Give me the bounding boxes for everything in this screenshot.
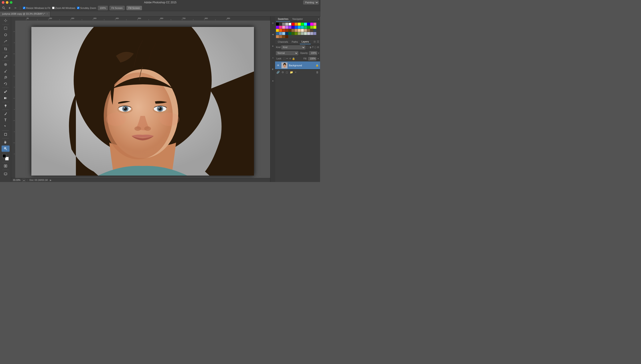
- swatch-orange[interactable]: [295, 23, 298, 26]
- doc-tab-close[interactable]: ×: [46, 13, 48, 15]
- opacity-arrow[interactable]: ▾: [318, 52, 319, 54]
- zoom-all-input[interactable]: [52, 7, 54, 9]
- gradient-tool[interactable]: [2, 95, 10, 101]
- swatch-violet[interactable]: [276, 26, 279, 29]
- scrubby-zoom-checkbox[interactable]: Scrubby Zoom: [77, 7, 96, 9]
- lock-transparent-icon[interactable]: ⬚: [283, 57, 285, 60]
- swatch-lavender-gray[interactable]: [307, 32, 310, 35]
- swatch-black[interactable]: [276, 23, 279, 26]
- swatch-cyan[interactable]: [304, 23, 307, 26]
- strip-icon-color[interactable]: ▶: [271, 29, 275, 40]
- fill-input[interactable]: [308, 57, 316, 60]
- history-brush-tool[interactable]: [2, 81, 10, 87]
- swatch-powder[interactable]: [282, 32, 285, 35]
- strip-icon-styles[interactable]: ★: [271, 76, 275, 86]
- crop-tool[interactable]: [2, 46, 10, 52]
- swatch-sienna[interactable]: [282, 35, 285, 38]
- swatch-brick[interactable]: [282, 29, 285, 32]
- move-tool[interactable]: [2, 17, 10, 24]
- fit-screen-button[interactable]: Fit Screen: [110, 6, 125, 10]
- hand-tool[interactable]: [2, 139, 10, 145]
- new-layer-icon[interactable]: +: [295, 71, 296, 74]
- swatch-olive[interactable]: [292, 32, 294, 35]
- paths-tab[interactable]: Paths: [290, 40, 300, 44]
- filter-smart-icon[interactable]: ⚙: [317, 46, 319, 49]
- swatch-copper[interactable]: [276, 35, 279, 38]
- swatch-yellow[interactable]: [298, 23, 301, 26]
- resize-windows-input[interactable]: [23, 7, 25, 9]
- filter-shape-icon[interactable]: ◻: [314, 46, 316, 49]
- zoom-value-input[interactable]: [98, 6, 108, 10]
- swatch-lavender[interactable]: [285, 26, 288, 29]
- swatch-forest[interactable]: [307, 26, 310, 29]
- shape-tool[interactable]: [2, 131, 10, 138]
- layers-action-menu[interactable]: ☰: [317, 40, 319, 43]
- marquee-tool[interactable]: [2, 25, 10, 31]
- zoom-tool-icon[interactable]: [2, 6, 6, 10]
- delete-layer-icon[interactable]: 🗑: [316, 71, 319, 74]
- document-tab[interactable]: justyna-1838 copy @ 33.3% (RGB/8°) * ×: [0, 11, 50, 16]
- swatch-earth[interactable]: [307, 29, 310, 32]
- swatch-deep-blue[interactable]: [292, 26, 294, 29]
- swatch-navy[interactable]: [285, 32, 288, 35]
- screen-mode-tool[interactable]: [2, 171, 10, 177]
- swatch-light-pink[interactable]: [282, 26, 285, 29]
- swatch-purple[interactable]: [288, 26, 291, 29]
- swatch-gray[interactable]: [282, 23, 285, 26]
- close-button[interactable]: [2, 1, 4, 4]
- zoom-in-icon[interactable]: +: [8, 6, 12, 10]
- swatch-red[interactable]: [292, 23, 294, 26]
- swatch-dark-gray[interactable]: [279, 23, 282, 26]
- filter-type-icon[interactable]: T: [312, 46, 314, 49]
- swatch-amber[interactable]: [279, 29, 282, 32]
- swatch-gold[interactable]: [276, 29, 279, 32]
- add-style-icon[interactable]: ⚙: [282, 71, 284, 74]
- doc-info-arrow[interactable]: ▶: [50, 179, 52, 182]
- zoom-out-icon[interactable]: −: [13, 6, 17, 10]
- opacity-input[interactable]: [309, 51, 317, 55]
- swatch-pink[interactable]: [314, 23, 316, 26]
- filter-pixel-icon[interactable]: ⬚: [306, 46, 308, 49]
- strip-icon-actions[interactable]: ✦: [271, 52, 275, 63]
- strip-icon-3d[interactable]: ◈: [271, 41, 275, 52]
- pen-tool[interactable]: [2, 110, 10, 117]
- swatch-royal-blue[interactable]: [295, 26, 298, 29]
- swatch-mint[interactable]: [301, 32, 304, 35]
- fg-bg-colors[interactable]: [2, 153, 10, 161]
- path-select-tool[interactable]: [2, 124, 10, 130]
- swatch-lime[interactable]: [310, 26, 313, 29]
- dodge-tool[interactable]: [2, 103, 10, 109]
- swatch-tan[interactable]: [292, 29, 294, 32]
- blend-mode-select[interactable]: Normal: [276, 51, 298, 55]
- swatch-emerald[interactable]: [304, 26, 307, 29]
- brush-tool[interactable]: [2, 68, 10, 74]
- photo-canvas[interactable]: [32, 27, 254, 176]
- scrubby-zoom-input[interactable]: [77, 7, 80, 9]
- panel-collapse-btn[interactable]: ▾: [318, 18, 319, 20]
- magic-wand-tool[interactable]: [2, 38, 10, 44]
- type-tool[interactable]: T: [2, 117, 10, 123]
- minimize-button[interactable]: [6, 1, 8, 4]
- workspace-select[interactable]: Painting: [303, 0, 319, 4]
- layers-action-collapse[interactable]: ⊟: [314, 40, 316, 43]
- swatch-sky-blue[interactable]: [298, 26, 301, 29]
- swatch-teal[interactable]: [301, 26, 304, 29]
- fill-arrow[interactable]: ▾: [318, 58, 319, 60]
- add-mask-icon[interactable]: ◻: [286, 71, 288, 74]
- strip-icon-tools[interactable]: ⚙: [271, 18, 275, 28]
- lock-pixels-icon[interactable]: ✏: [286, 57, 288, 60]
- swatch-steel[interactable]: [276, 32, 279, 35]
- spot-heal-tool[interactable]: [2, 62, 10, 68]
- swatch-umber[interactable]: [285, 35, 288, 38]
- swatch-burnt[interactable]: [285, 29, 288, 32]
- swatch-dark-earth[interactable]: [310, 29, 313, 32]
- filter-kind-select[interactable]: Kind: [281, 46, 305, 50]
- swatch-white[interactable]: [288, 23, 291, 26]
- swatch-moss[interactable]: [295, 32, 298, 35]
- link-layers-icon[interactable]: 🔗: [276, 71, 280, 74]
- zoom-all-checkbox[interactable]: Zoom All Windows: [52, 7, 75, 9]
- swatch-light-gray[interactable]: [285, 23, 288, 26]
- swatch-magenta[interactable]: [310, 23, 313, 26]
- swatch-peach[interactable]: [298, 29, 301, 32]
- swatch-periwinkle[interactable]: [310, 32, 313, 35]
